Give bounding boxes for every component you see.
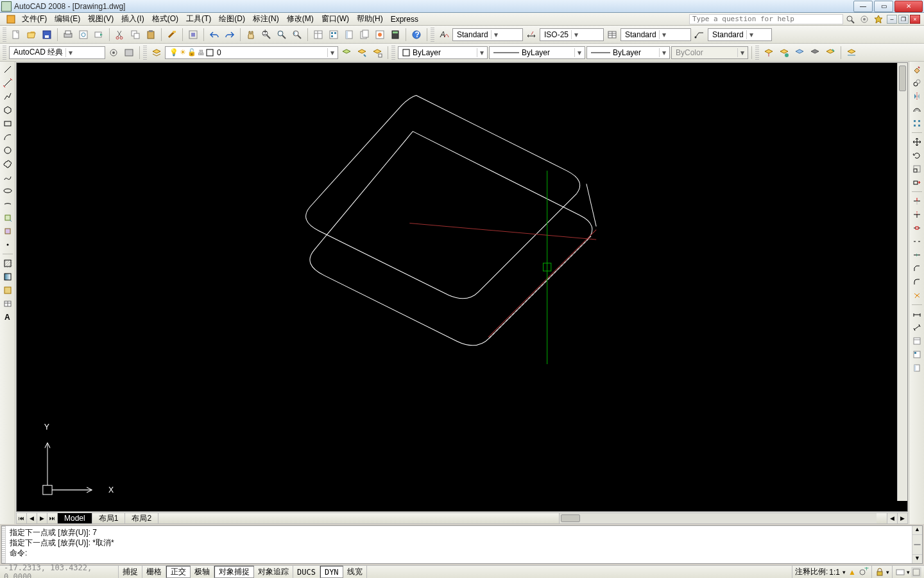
calc-button[interactable]: [388, 28, 402, 42]
properties-palette-tool[interactable]: [911, 335, 923, 347]
doc-close-button[interactable]: ×: [910, 15, 920, 24]
menu-insert[interactable]: 插入(I): [117, 12, 148, 26]
new-button[interactable]: [9, 28, 23, 42]
layer-match-button[interactable]: [844, 46, 859, 60]
toolbar-handle[interactable]: [391, 46, 395, 60]
fillet-tool[interactable]: [911, 276, 923, 288]
menu-dim[interactable]: 标注(N): [249, 12, 283, 26]
zoom-window-button[interactable]: [275, 28, 289, 42]
ellipse-tool[interactable]: [1, 184, 14, 197]
toolbar-handle[interactable]: [3, 28, 6, 42]
model-canvas[interactable]: X Y: [16, 62, 908, 512]
menu-help[interactable]: 帮助(H): [353, 12, 387, 26]
extend-tool[interactable]: [911, 208, 923, 221]
my-workspace-button[interactable]: [122, 46, 136, 60]
menu-modify[interactable]: 修改(M): [283, 12, 318, 26]
mleader-style-icon[interactable]: [692, 28, 706, 42]
revcloud-tool[interactable]: [1, 157, 14, 170]
tab-first-button[interactable]: ⏮: [17, 513, 27, 523]
chevron-down-icon[interactable]: ▾: [843, 569, 846, 575]
open-button[interactable]: [24, 28, 38, 42]
comm-center-icon[interactable]: [857, 12, 871, 26]
anno-autoscale-icon[interactable]: +: [859, 567, 869, 577]
polygon-tool[interactable]: [1, 103, 14, 116]
dyn-toggle[interactable]: DYN: [320, 566, 343, 578]
help-button[interactable]: ?: [409, 28, 424, 42]
coords-readout[interactable]: -17.2313, 103.4322, 0.0000: [0, 566, 119, 578]
scale-tool[interactable]: [911, 162, 923, 175]
command-scrollbar[interactable]: ▲ ▼: [912, 526, 922, 563]
layer-combo[interactable]: 💡 ☀ 🔓 🖶 0 ▾: [165, 46, 338, 59]
region-tool[interactable]: [1, 284, 14, 297]
undo-button[interactable]: [207, 28, 221, 42]
mleader-style-combo[interactable]: Standard▾: [708, 28, 772, 41]
array-tool[interactable]: [911, 117, 923, 130]
toolbar-handle[interactable]: [755, 46, 759, 60]
arc-tool[interactable]: [1, 130, 14, 143]
layer-iso-button[interactable]: [762, 46, 776, 60]
chamfer-tool[interactable]: [911, 262, 923, 275]
publish-button[interactable]: [92, 28, 106, 42]
rectangle-tool[interactable]: [1, 117, 14, 130]
cut-button[interactable]: [113, 28, 127, 42]
dim-linear-tool[interactable]: [911, 308, 923, 320]
toolbar-handle[interactable]: [431, 28, 434, 42]
zoom-realtime-button[interactable]: ±: [259, 28, 273, 42]
polyline-tool[interactable]: [1, 90, 14, 103]
tool-palettes-button[interactable]: [342, 28, 356, 42]
chevron-down-icon[interactable]: ▾: [907, 569, 910, 575]
lock-icon[interactable]: [875, 567, 885, 577]
doc-restore-button[interactable]: ❐: [898, 15, 909, 24]
scrollbar-thumb[interactable]: [899, 66, 906, 91]
ortho-toggle[interactable]: 正交: [166, 566, 191, 578]
text-style-combo[interactable]: Standard▾: [452, 28, 523, 41]
construction-line-tool[interactable]: [1, 76, 14, 89]
paste-button[interactable]: [144, 28, 158, 42]
line-tool[interactable]: [1, 63, 14, 76]
erase-tool[interactable]: [911, 63, 923, 76]
pan-button[interactable]: [244, 28, 258, 42]
circle-tool[interactable]: [1, 144, 14, 157]
break-tool[interactable]: [911, 235, 923, 248]
stretch-tool[interactable]: [911, 176, 923, 189]
menu-view[interactable]: 视图(V): [84, 12, 117, 26]
explode-tool[interactable]: [911, 289, 923, 302]
plotstyle-combo[interactable]: ByColor▾: [671, 46, 748, 59]
design-center-tool[interactable]: [911, 348, 923, 361]
break-point-tool[interactable]: [911, 222, 923, 234]
move-tool[interactable]: [911, 136, 923, 148]
layer-states-button[interactable]: [355, 46, 369, 60]
dim-style-combo[interactable]: ISO-25▾: [540, 28, 604, 41]
menu-express[interactable]: Express: [387, 13, 422, 25]
anno-visibility-icon[interactable]: ▲: [847, 567, 857, 577]
osnap-toggle[interactable]: 对象捕捉: [214, 566, 254, 578]
workspace-combo[interactable]: AutoCAD 经典▾: [9, 46, 105, 59]
copy-tool[interactable]: [911, 76, 923, 89]
properties-button[interactable]: [311, 28, 325, 42]
rotate-tool[interactable]: [911, 149, 923, 162]
toolbar-handle[interactable]: [3, 46, 6, 60]
workspace-settings-button[interactable]: [107, 46, 121, 60]
plot-button[interactable]: [61, 28, 75, 42]
lwt-toggle[interactable]: 线宽: [343, 566, 367, 578]
table-style-icon[interactable]: [605, 28, 619, 42]
lineweight-combo[interactable]: ByLayer▾: [586, 46, 670, 59]
trim-tool[interactable]: [911, 195, 923, 207]
command-window[interactable]: 指定下一点或 [放弃(U)]: 7 指定下一点或 [放弃(U)]: *取消* 命…: [1, 525, 923, 564]
insert-block-tool[interactable]: [1, 211, 14, 224]
menu-window[interactable]: 窗口(W): [318, 12, 353, 26]
layer-freeze-button[interactable]: [792, 46, 807, 60]
tab-prev-button[interactable]: ◀: [27, 513, 37, 523]
redo-button[interactable]: [223, 28, 237, 42]
grid-toggle[interactable]: 栅格: [142, 566, 166, 578]
tab-last-button[interactable]: ⏭: [47, 513, 58, 523]
sheet-set-button[interactable]: [357, 28, 372, 42]
menu-tools[interactable]: 工具(T): [182, 12, 215, 26]
infocenter-search-icon[interactable]: [843, 12, 857, 26]
layer-make-current-button[interactable]: [823, 46, 837, 60]
design-center-button[interactable]: [327, 28, 341, 42]
tab-next-button[interactable]: ▶: [37, 513, 47, 523]
dim-style-icon[interactable]: [524, 28, 538, 42]
menu-draw[interactable]: 绘图(D): [215, 12, 249, 26]
layer-prev-button[interactable]: [339, 46, 354, 60]
